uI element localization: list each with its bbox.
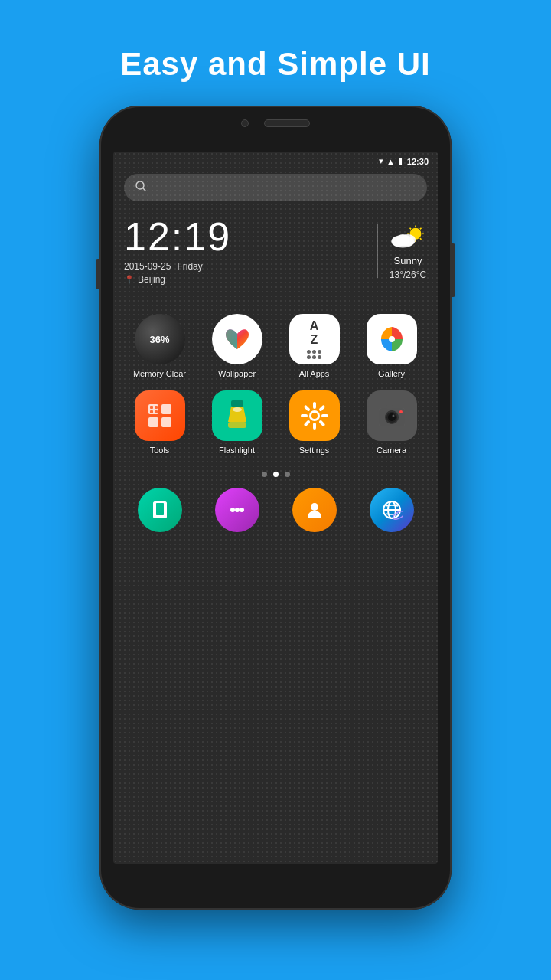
app-settings[interactable]: Settings xyxy=(276,384,353,461)
clock-location-row: 📍 Beijing xyxy=(124,274,367,285)
speaker xyxy=(264,119,310,127)
status-time: 12:30 xyxy=(407,157,429,166)
svg-point-46 xyxy=(235,508,240,512)
app-all-apps[interactable]: AZ All Apps xyxy=(276,308,353,384)
power-button xyxy=(452,243,455,297)
svg-rect-25 xyxy=(228,422,246,428)
search-bar[interactable] xyxy=(124,174,427,201)
clock-date-row: 2015-09-25 Friday xyxy=(124,261,367,272)
dot-3 xyxy=(285,472,290,477)
clock-day: Friday xyxy=(177,261,202,272)
dock-contacts[interactable] xyxy=(292,488,337,532)
battery-icon: ▮ xyxy=(398,156,403,166)
svg-point-44 xyxy=(399,410,403,413)
weather-temperature: 13°/26°C xyxy=(390,270,426,280)
svg-point-28 xyxy=(311,413,318,419)
svg-point-48 xyxy=(311,503,318,511)
app-label-gallery: Gallery xyxy=(378,369,405,378)
svg-line-34 xyxy=(321,422,324,425)
status-icons: ▾ ▲ ▮ xyxy=(379,156,403,166)
search-icon xyxy=(135,180,147,195)
app-icon-camera xyxy=(367,390,417,441)
weather-section: Sunny 13°/26°C xyxy=(389,221,427,280)
weather-description: Sunny xyxy=(394,255,422,266)
svg-rect-18 xyxy=(148,417,158,427)
location-pin-icon: 📍 xyxy=(124,275,135,285)
app-icon-tools xyxy=(135,390,185,441)
dot-1 xyxy=(262,472,267,477)
app-memory-clear[interactable]: 36% Memory Clear xyxy=(121,308,198,384)
svg-line-35 xyxy=(321,407,324,410)
phone-mockup: ▾ ▲ ▮ 12:30 12:19 xyxy=(99,106,452,910)
front-camera xyxy=(241,119,249,127)
app-label-settings: Settings xyxy=(299,446,330,455)
app-icon-flashlight xyxy=(212,390,262,441)
svg-rect-20 xyxy=(150,406,153,409)
svg-rect-21 xyxy=(155,406,158,409)
app-icon-wallpaper xyxy=(212,314,262,364)
svg-line-8 xyxy=(420,238,422,240)
clock-section: 12:19 2015-09-25 Friday 📍 Beijing xyxy=(124,217,367,285)
widget-divider xyxy=(377,224,378,278)
svg-point-41 xyxy=(388,413,396,421)
svg-line-9 xyxy=(420,228,422,230)
app-icon-gallery xyxy=(367,314,417,364)
dock-phone[interactable] xyxy=(138,488,182,532)
app-gallery[interactable]: Gallery xyxy=(353,308,430,384)
phone-top xyxy=(241,119,310,127)
status-bar: ▾ ▲ ▮ 12:30 xyxy=(113,152,438,171)
phone-body: ▾ ▲ ▮ 12:30 12:19 xyxy=(99,106,452,910)
clock-weather-widget: 12:19 2015-09-25 Friday 📍 Beijing xyxy=(113,209,438,292)
svg-point-45 xyxy=(230,508,235,512)
svg-rect-17 xyxy=(161,404,171,414)
headline: Easy and Simple UI xyxy=(120,46,430,83)
svg-rect-22 xyxy=(150,410,153,413)
svg-rect-19 xyxy=(161,417,171,427)
app-tools[interactable]: Tools xyxy=(121,384,198,461)
dot-2-active xyxy=(273,472,279,477)
svg-rect-24 xyxy=(231,400,243,407)
app-camera[interactable]: Camera xyxy=(353,384,430,461)
svg-point-26 xyxy=(233,407,242,412)
svg-line-33 xyxy=(305,407,308,410)
app-wallpaper[interactable]: Wallpaper xyxy=(198,308,276,384)
signal-icon: ▲ xyxy=(386,157,395,166)
app-icon-allapps: AZ xyxy=(289,314,340,364)
app-flashlight[interactable]: Flashlight xyxy=(198,384,276,461)
app-icon-settings xyxy=(289,390,340,441)
svg-point-42 xyxy=(392,415,394,417)
wifi-icon: ▾ xyxy=(379,156,383,166)
apps-grid-row1: 36% Memory Clear xyxy=(113,292,438,384)
svg-line-1 xyxy=(143,188,146,191)
svg-point-14 xyxy=(396,234,409,246)
app-label-wallpaper: Wallpaper xyxy=(218,369,256,378)
weather-icon xyxy=(389,221,427,252)
app-label-memory: Memory Clear xyxy=(133,369,186,378)
az-label: AZ xyxy=(310,319,319,346)
app-icon-memory: 36% xyxy=(135,314,185,364)
dock-browser[interactable] xyxy=(370,488,414,532)
clock-location: Beijing xyxy=(138,274,165,285)
dock-bar xyxy=(113,483,438,535)
clock-date: 2015-09-25 xyxy=(124,261,171,272)
memory-percent: 36% xyxy=(149,334,169,345)
svg-point-15 xyxy=(389,336,395,342)
svg-line-36 xyxy=(305,422,308,425)
svg-point-47 xyxy=(240,508,244,512)
app-label-tools: Tools xyxy=(150,446,170,455)
app-label-camera: Camera xyxy=(377,446,406,455)
svg-rect-43 xyxy=(386,405,393,409)
app-label-allapps: All Apps xyxy=(299,369,330,378)
apps-grid-row2: Tools Flashlight xyxy=(113,384,438,469)
svg-rect-23 xyxy=(155,410,158,413)
phone-screen: ▾ ▲ ▮ 12:30 12:19 xyxy=(113,152,438,864)
dock-message[interactable] xyxy=(215,488,259,532)
app-label-flashlight: Flashlight xyxy=(219,446,255,455)
svg-line-7 xyxy=(410,228,412,230)
volume-button xyxy=(96,259,99,289)
clock-time: 12:19 xyxy=(124,217,367,256)
page-indicator xyxy=(113,472,438,477)
